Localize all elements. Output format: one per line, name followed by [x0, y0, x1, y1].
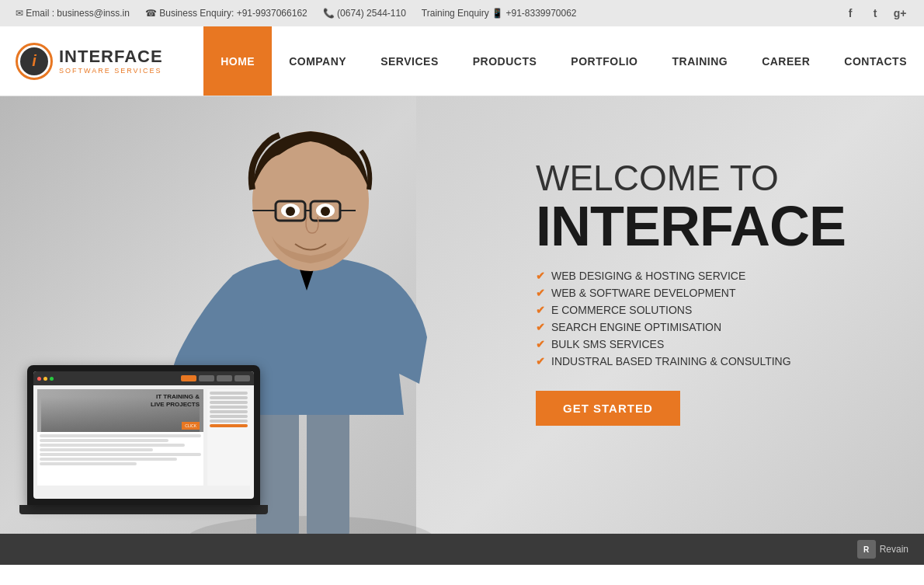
- sidebar-row: [210, 406, 248, 409]
- facebook-icon[interactable]: f: [842, 5, 859, 22]
- topbar-contact-info: ✉ Email : business@inss.in ☎ Business En…: [16, 8, 577, 19]
- logo[interactable]: i INTERFACE SOFTWARE SERVICES: [0, 26, 179, 96]
- dot-yellow: [43, 377, 47, 381]
- svg-point-13: [321, 207, 330, 216]
- laptop-row-7: [40, 462, 137, 465]
- mobile-icon: 📱: [492, 8, 503, 19]
- laptop-main-content: IT TRAINING & LIVE PROJECTS CLICK: [37, 389, 203, 486]
- nav-item-home[interactable]: HOME: [203, 26, 272, 96]
- revain-icon: R: [857, 540, 876, 559]
- laptop-mockup: IT TRAINING & LIVE PROJECTS CLICK: [27, 365, 268, 514]
- laptop-row-4: [40, 448, 153, 451]
- hero-section: IT TRAINING & LIVE PROJECTS CLICK: [0, 96, 924, 534]
- laptop-training-text: IT TRAINING & LIVE PROJECTS: [151, 393, 200, 409]
- laptop-cta-small: CLICK: [182, 422, 200, 430]
- navbar: i INTERFACE SOFTWARE SERVICES HOME COMPA…: [0, 26, 924, 96]
- sidebar-row: [210, 420, 248, 423]
- sidebar-row: [210, 396, 248, 399]
- nav-item-portfolio[interactable]: PORTFOLIO: [554, 26, 655, 96]
- sidebar-row: [210, 415, 248, 418]
- gplus-icon[interactable]: g+: [891, 5, 908, 22]
- service-item-2: WEB & SOFTWARE DEVELOPMENT: [536, 287, 893, 299]
- email-info: ✉ Email : business@inss.in: [16, 8, 130, 19]
- twitter-icon[interactable]: t: [867, 5, 884, 22]
- laptop-base: [19, 505, 268, 514]
- interface-title: INTERFACE: [536, 198, 893, 254]
- laptop-screen: IT TRAINING & LIVE PROJECTS CLICK: [33, 371, 254, 499]
- nav-item-company[interactable]: COMPANY: [272, 26, 363, 96]
- nav-item-contacts[interactable]: CONTACTS: [827, 26, 924, 96]
- service-item-3: E COMMERCE SOLUTIONS: [536, 304, 893, 316]
- phone-icon: ☎: [145, 8, 157, 19]
- laptop-row-2: [40, 439, 168, 442]
- laptop-row-6: [40, 458, 177, 461]
- laptop-row-1: [40, 434, 201, 437]
- logo-subtitle: SOFTWARE SERVICES: [59, 67, 163, 75]
- laptop-text-rows: [37, 432, 203, 468]
- dot-green: [50, 377, 54, 381]
- logo-name: INTERFACE: [59, 48, 163, 65]
- service-item-1: WEB DESIGING & HOSTING SERVICE: [536, 270, 893, 282]
- training-enquiry-info: Training Enquiry 📱 +91-8339970062: [422, 8, 577, 19]
- laptop-screen-header: [33, 371, 254, 385]
- get-started-button[interactable]: GET STARTED: [536, 391, 680, 426]
- business-enquiry: ☎ Business Enquiry: +91-9937066162: [145, 8, 307, 19]
- logo-circle-letter: i: [32, 52, 36, 70]
- nav-item-career[interactable]: CAREER: [745, 26, 827, 96]
- topbar: ✉ Email : business@inss.in ☎ Business En…: [0, 0, 924, 26]
- topbar-social: f t g+: [842, 5, 908, 22]
- laptop-hero-image: IT TRAINING & LIVE PROJECTS CLICK: [37, 389, 203, 432]
- sidebar-row: [210, 410, 248, 413]
- svg-rect-2: [307, 399, 349, 534]
- sidebar-row: [210, 392, 248, 395]
- service-item-6: INDUSTRAL BASED TRAINING & CONSULTING: [536, 355, 893, 367]
- bottom-bar: R Revain: [0, 534, 924, 565]
- service-item-5: BULK SMS SERVICES: [536, 338, 893, 350]
- fake-nav-tabs: [181, 375, 250, 381]
- nav-links: HOME COMPANY SERVICES PRODUCTS PORTFOLIO…: [203, 26, 924, 96]
- logo-circle: i: [16, 43, 53, 80]
- email-icon: ✉: [16, 8, 23, 19]
- sidebar-row: [210, 401, 248, 404]
- services-list: WEB DESIGING & HOSTING SERVICE WEB & SOF…: [536, 270, 893, 367]
- hero-content: WELCOME TO INTERFACE WEB DESIGING & HOST…: [536, 158, 893, 426]
- revain-label: Revain: [880, 544, 908, 555]
- office-phone-icon: 📞: [323, 8, 335, 19]
- laptop-row-3: [40, 444, 185, 447]
- logo-circle-inner: i: [20, 47, 48, 75]
- laptop-row-5: [40, 453, 201, 456]
- revain-badge: R Revain: [857, 540, 908, 559]
- nav-item-services[interactable]: SERVICES: [363, 26, 456, 96]
- office-phone: 📞 (0674) 2544-110: [323, 8, 406, 19]
- laptop-sidebar: [207, 389, 250, 486]
- dot-red: [37, 377, 41, 381]
- welcome-to-text: WELCOME TO: [536, 158, 893, 198]
- service-item-4: SEARCH ENGINE OPTIMISATION: [536, 321, 893, 333]
- laptop-sidebar-items: [207, 389, 250, 430]
- laptop-content-area: IT TRAINING & LIVE PROJECTS CLICK: [33, 385, 254, 489]
- svg-point-12: [286, 207, 295, 216]
- nav-item-training[interactable]: TRAINING: [655, 26, 745, 96]
- nav-item-products[interactable]: PRODUCTS: [456, 26, 554, 96]
- sidebar-highlight: [210, 424, 248, 427]
- logo-text: INTERFACE SOFTWARE SERVICES: [59, 48, 163, 75]
- laptop-body: IT TRAINING & LIVE PROJECTS CLICK: [27, 365, 260, 505]
